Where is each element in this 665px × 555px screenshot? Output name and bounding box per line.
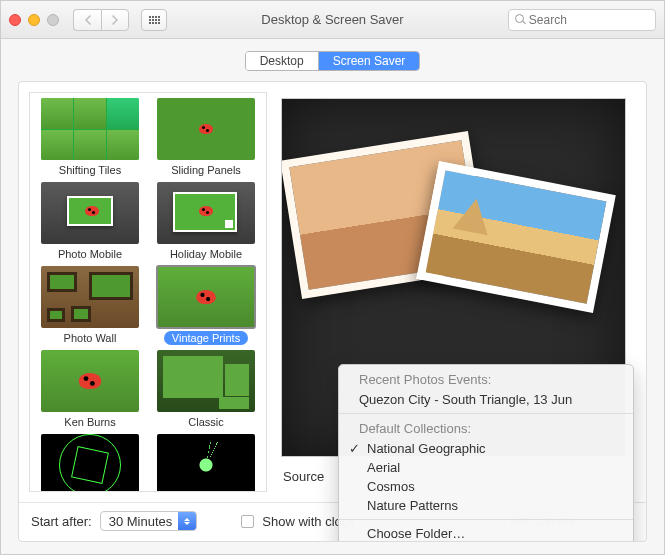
thumb-image — [157, 434, 255, 492]
menu-item-recent-event[interactable]: Quezon City - South Triangle, 13 Jun — [339, 390, 633, 409]
saver-classic[interactable]: Classic — [148, 347, 264, 431]
menu-item-aerial[interactable]: Aerial — [339, 458, 633, 477]
saver-vintage-prints[interactable]: Vintage Prints — [148, 263, 264, 347]
close-window-button[interactable] — [9, 14, 21, 26]
menu-header-recent: Recent Photos Events: — [339, 369, 633, 390]
saver-extra-1[interactable] — [32, 431, 148, 492]
thumb-image — [41, 350, 139, 412]
forward-button[interactable] — [101, 9, 129, 31]
thumb-label: Ken Burns — [56, 415, 123, 429]
minimize-window-button[interactable] — [28, 14, 40, 26]
main-panel: Shifting Tiles Sliding Panels Photo Mobi… — [18, 81, 647, 542]
thumb-label: Classic — [180, 415, 231, 429]
titlebar: Desktop & Screen Saver — [1, 1, 664, 39]
back-button[interactable] — [73, 9, 101, 31]
menu-item-choose-folder[interactable]: Choose Folder… — [339, 524, 633, 542]
thumb-image — [41, 98, 139, 160]
thumb-label: Photo Mobile — [50, 247, 130, 261]
thumb-image — [41, 266, 139, 328]
menu-separator — [339, 519, 633, 520]
thumb-image — [157, 98, 255, 160]
saver-ken-burns[interactable]: Ken Burns — [32, 347, 148, 431]
zoom-window-button[interactable] — [47, 14, 59, 26]
menu-item-national-geographic[interactable]: National Geographic — [339, 439, 633, 458]
thumb-image — [41, 434, 139, 492]
tab-screen-saver[interactable]: Screen Saver — [319, 52, 420, 70]
tab-row: Desktop Screen Saver — [1, 39, 664, 81]
preview-photo — [416, 161, 616, 313]
nav-buttons — [73, 9, 129, 31]
thumb-label: Shifting Tiles — [51, 163, 129, 177]
saver-extra-2[interactable] — [148, 431, 264, 492]
menu-separator — [339, 413, 633, 414]
tab-segmented-control: Desktop Screen Saver — [245, 51, 421, 71]
screensaver-list[interactable]: Shifting Tiles Sliding Panels Photo Mobi… — [29, 92, 267, 492]
traffic-lights — [9, 14, 59, 26]
saver-shifting-tiles[interactable]: Shifting Tiles — [32, 95, 148, 179]
show-with-clock-checkbox[interactable] — [241, 515, 254, 528]
search-input[interactable] — [529, 13, 649, 27]
stepper-icon — [178, 512, 196, 530]
thumb-label: Sliding Panels — [163, 163, 249, 177]
source-label: Source — [283, 469, 324, 484]
menu-item-nature-patterns[interactable]: Nature Patterns — [339, 496, 633, 515]
thumb-image — [157, 182, 255, 244]
thumb-image — [157, 266, 255, 328]
saver-sliding-panels[interactable]: Sliding Panels — [148, 95, 264, 179]
saver-photo-mobile[interactable]: Photo Mobile — [32, 179, 148, 263]
menu-item-cosmos[interactable]: Cosmos — [339, 477, 633, 496]
thumb-label: Photo Wall — [56, 331, 125, 345]
saver-holiday-mobile[interactable]: Holiday Mobile — [148, 179, 264, 263]
search-icon — [515, 14, 525, 25]
grid-icon — [149, 16, 160, 24]
start-after-select[interactable]: 30 Minutes — [100, 511, 198, 531]
thumb-image — [41, 182, 139, 244]
prefpane-window: Desktop & Screen Saver Desktop Screen Sa… — [0, 0, 665, 555]
saver-photo-wall[interactable]: Photo Wall — [32, 263, 148, 347]
show-all-button[interactable] — [141, 9, 167, 31]
thumb-label: Vintage Prints — [164, 331, 248, 345]
search-field[interactable] — [508, 9, 656, 31]
source-dropdown-menu: Recent Photos Events: Quezon City - Sout… — [338, 364, 634, 542]
menu-header-default: Default Collections: — [339, 418, 633, 439]
thumb-image — [157, 350, 255, 412]
start-after-value: 30 Minutes — [109, 514, 173, 529]
thumb-label: Holiday Mobile — [162, 247, 250, 261]
start-after-label: Start after: — [31, 514, 92, 529]
tab-desktop[interactable]: Desktop — [246, 52, 319, 70]
